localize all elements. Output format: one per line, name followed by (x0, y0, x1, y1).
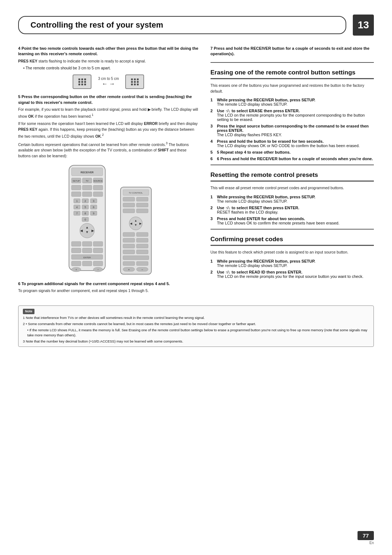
svg-rect-76 (136, 250, 148, 254)
erase-step-4: 4 Press and hold the button to be erased… (211, 139, 374, 148)
page-lang: En (369, 541, 374, 545)
svg-rect-40 (72, 242, 81, 246)
erase-step-1-content: While pressing the RECEIVER button, pres… (217, 98, 374, 106)
svg-rect-73 (123, 244, 135, 248)
confirm-step-1-body: The remote LCD display shows SETUP. (217, 263, 287, 268)
svg-text:SOURCE: SOURCE (94, 180, 103, 182)
reset-step-2-body: RESET flashes in the LCD display. (217, 210, 278, 214)
notes-title: Note (23, 308, 369, 315)
distance-indicator: 3 cm to 5 cm ← → (98, 77, 119, 87)
svg-text:5: 5 (85, 206, 86, 208)
note-2: 2 • Some commands from other remote cont… (23, 321, 369, 327)
erase-step-4-content: Press and hold the button to be erased f… (217, 139, 374, 148)
svg-rect-11 (93, 185, 103, 190)
reset-step-1-content: While pressing the RECEIVER button, pres… (217, 195, 374, 203)
page-number-area: 77 En (358, 531, 374, 545)
erase-step-6-num: 6 (211, 157, 216, 161)
remote-svg-right: TV CONTROL ▲ ▼ ◀ ▶ (119, 185, 153, 276)
section-divider-3 (211, 229, 374, 230)
svg-rect-77 (123, 256, 149, 260)
svg-text:▲: ▲ (134, 219, 137, 222)
note-2b: • If the remote LCD shows FULL, it means… (23, 328, 369, 338)
header-bar: Controlling the rest of your system 13 (18, 15, 374, 36)
svg-text:◀: ◀ (130, 222, 132, 225)
distance-label: 3 cm to 5 cm (98, 77, 119, 81)
erase-step-3: 3 Press the input source button correspo… (211, 124, 374, 137)
svg-rect-69 (123, 232, 135, 236)
svg-rect-43 (72, 248, 81, 253)
step-5-block: 5 Press the corresponding button on the … (18, 94, 199, 276)
reset-step-1-num: 1 (211, 195, 216, 203)
svg-rect-71 (123, 238, 135, 242)
svg-rect-78 (123, 262, 135, 266)
section-reset-title: Resetting the remote control presets (211, 171, 374, 182)
svg-rect-14 (93, 192, 103, 197)
svg-text:TV: TV (86, 180, 89, 182)
page-title: Controlling the rest of your system (18, 16, 346, 34)
svg-rect-74 (136, 244, 148, 248)
erase-step-1-body: The remote LCD display shows SETUP. (217, 102, 287, 106)
confirm-step-1: 1 While pressing the RECEIVER button, pr… (211, 259, 374, 268)
svg-rect-48 (72, 261, 81, 266)
svg-text:ENTER: ENTER (83, 256, 91, 259)
step-4-body1: PRES KEY starts flashing to indicate the… (18, 58, 199, 64)
section-reset-intro: This will erase all preset remote contro… (211, 185, 374, 191)
svg-text:−: − (142, 268, 143, 271)
svg-text:RECEIVER: RECEIVER (81, 171, 94, 174)
svg-rect-50 (93, 261, 103, 266)
svg-text:8: 8 (85, 212, 86, 215)
erase-step-5-num: 5 (211, 150, 216, 154)
erase-step-1-num: 1 (211, 98, 216, 106)
step-5-body3: Certain buttons represent operations tha… (18, 141, 199, 159)
reset-step-2-num: 2 (211, 206, 216, 214)
erase-step-2-body: The LCD on the remote prompts you for th… (217, 113, 365, 122)
svg-text:6: 6 (93, 206, 94, 208)
page-number: 77 (358, 531, 374, 540)
svg-text:4: 4 (76, 206, 78, 208)
svg-text:SETUP: SETUP (73, 180, 80, 182)
svg-rect-41 (82, 242, 92, 246)
svg-rect-72 (136, 238, 148, 242)
step-6-body: To program signals for another component… (18, 288, 199, 294)
svg-text:−: − (97, 268, 99, 271)
svg-text:2: 2 (85, 200, 86, 202)
chapter-number: 13 (353, 15, 374, 36)
reset-step-2-content: Use ↑/↓ to select RESET then press ENTER… (217, 206, 374, 214)
svg-text:◀: ◀ (80, 229, 83, 232)
arrows: ← → (102, 81, 115, 87)
reset-step-1: 1 While pressing the RECEIVER button, pr… (211, 195, 374, 203)
confirm-step-1-num: 1 (211, 259, 216, 268)
svg-rect-75 (123, 250, 135, 254)
svg-rect-61 (136, 203, 148, 207)
section-erase-title: Erasing one of the remote control button… (211, 69, 374, 79)
svg-text:+: + (75, 268, 77, 271)
reset-step-2: 2 Use ↑/↓ to select RESET then press ENT… (211, 206, 374, 214)
step-5-header: 5 Press the corresponding button on the … (18, 94, 199, 105)
remote-right (125, 74, 144, 89)
svg-rect-70 (136, 232, 148, 236)
main-columns: 4 Point the two remote controls towards … (18, 46, 374, 299)
remote-svg-left: RECEIVER SETUP TV SOURCE (64, 163, 111, 276)
step-5-body1: For example, if you want to learn the pl… (18, 107, 199, 119)
svg-rect-12 (72, 192, 81, 197)
svg-rect-58 (123, 197, 135, 201)
svg-text:+: + (128, 268, 130, 271)
svg-rect-79 (136, 262, 148, 266)
section-divider-1 (211, 62, 374, 63)
note-1: 1 Note that interference from TVs or oth… (23, 315, 369, 320)
step-7-header: 7 Press and hold the RECEIVER button for… (211, 46, 374, 57)
reset-step-3-body: The LCD shows OK to confirm the remote p… (217, 221, 340, 225)
step-4-bullet: The remote controls should be 3 cm to 5 … (18, 65, 199, 71)
svg-rect-42 (93, 242, 103, 246)
confirm-step-2: 2 Use ↑/↓ to select READ ID then press E… (211, 270, 374, 279)
svg-rect-63 (136, 209, 148, 213)
erase-step-2-content: Use ↑/↓ to select ERASE then press ENTER… (217, 109, 374, 122)
erase-step-1: 1 While pressing the RECEIVER button, pr… (211, 98, 374, 106)
svg-rect-62 (123, 209, 135, 213)
svg-text:0: 0 (85, 218, 86, 221)
remote-image-area: RECEIVER SETUP TV SOURCE (18, 163, 199, 276)
erase-step-5: 5 5 Repeat step 4 to erase other buttons… (211, 150, 374, 154)
svg-rect-10 (82, 185, 92, 190)
step-6-header: 6 To program additional signals for the … (18, 281, 199, 287)
reset-step-1-body: The remote LCD display shows SETUP. (217, 199, 287, 203)
